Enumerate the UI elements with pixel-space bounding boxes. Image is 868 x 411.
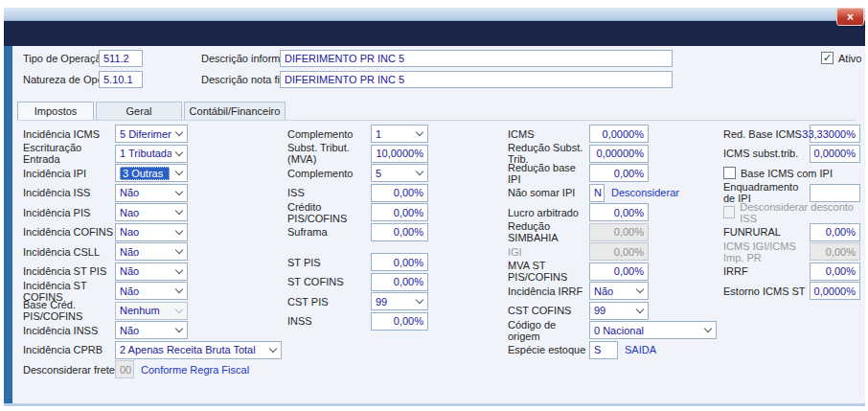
chevron-down-icon <box>171 204 187 220</box>
field-row: Red. Base ICMS33,33000% <box>723 125 865 143</box>
iss-input[interactable]: 0,00% <box>371 184 428 202</box>
field-row: ST PIS0,00% <box>287 253 428 271</box>
close-button[interactable]: × <box>836 8 864 26</box>
header-band <box>4 21 865 46</box>
desconsiderar-desconto-iss-label: Desconsiderar desconto ISS <box>740 201 865 224</box>
ativo-label: Ativo <box>838 53 861 64</box>
incidencia-st-pis-combobox[interactable]: Não <box>115 263 188 281</box>
complemento2-label: Complemento <box>287 168 371 179</box>
field-row: ISS0,00% <box>287 184 428 202</box>
enquadramento-ipi-input[interactable] <box>810 184 860 202</box>
incidencia-cprb-combobox[interactable]: 2 Apenas Receita Bruta Total <box>115 341 282 359</box>
field-row: CST COFINS99 <box>508 302 717 320</box>
st-pis-input[interactable]: 0,00% <box>371 253 428 271</box>
credito-pis-cofins-input[interactable]: 0,00% <box>371 203 428 221</box>
red-base-icms-label: Red. Base ICMS <box>723 128 810 140</box>
incidencia-iss-combobox[interactable]: Não <box>115 184 188 202</box>
especie-estoque-input[interactable]: S <box>589 341 618 359</box>
igi-label: IGI <box>508 246 589 258</box>
chevron-down-icon <box>632 303 648 319</box>
base-icms-com-ipi-checkbox[interactable] <box>723 167 736 179</box>
incidencia-csll-combobox[interactable]: Não <box>115 242 188 261</box>
chevron-down-icon <box>412 293 427 309</box>
tipo-operacao-input[interactable]: 511.2 <box>99 50 143 67</box>
tab-impostos[interactable]: Impostos <box>17 102 94 120</box>
field-row: Não somar IPINDesconsiderar <box>508 184 717 202</box>
chevron-down-icon <box>171 126 187 142</box>
escrituracao-entrada-combobox[interactable]: 1 Tributada <box>115 145 188 163</box>
chevron-down-icon <box>632 283 648 299</box>
desconsiderar-frete-input: 00 <box>115 360 134 378</box>
field-row: Base Créd. PIS/COFINSNenhum <box>23 302 282 320</box>
complemento1-label: Complemento <box>287 128 371 140</box>
nao-somar-ipi-input[interactable]: N <box>589 184 605 202</box>
incidencia-cofins-combobox[interactable]: Nao <box>115 223 188 241</box>
field-row: Espécie estoqueSSAIDA <box>508 341 717 359</box>
inss-input[interactable]: 0,00% <box>371 312 428 331</box>
incidencia-pis-combobox[interactable]: Nao <box>115 203 188 221</box>
field-row: Lucro arbitrado0,00% <box>508 203 717 221</box>
complemento2-combobox[interactable]: 5 <box>371 164 428 182</box>
bottom-strip <box>4 403 865 406</box>
red-base-icms-input[interactable]: 33,33000% <box>810 125 860 143</box>
reducao-simbahia-label: Redução SIMBAHIA <box>508 220 589 243</box>
field-row: Incidência INSSNão <box>23 321 282 339</box>
mva-st-pis-cofins-input[interactable]: 0,00% <box>589 263 649 281</box>
field-row: INSS0,00% <box>287 312 428 331</box>
incidencia-ipi-combobox[interactable]: 3 Outras <box>115 164 188 182</box>
codigo-origem-combobox[interactable]: 0 Nacional <box>589 321 717 339</box>
cst-pis-combobox[interactable]: 99 <box>371 292 428 310</box>
incidencia-icms-combobox[interactable]: 5 Diferimento <box>115 125 188 143</box>
field-row: Incidência PISNao <box>23 203 282 221</box>
incidencia-st-pis-label: Incidência ST PIS <box>23 265 115 277</box>
complemento1-combobox[interactable]: 1 <box>371 125 428 143</box>
incidencia-irrf-combobox[interactable]: Não <box>589 282 649 300</box>
tipo-operacao-label: Tipo de Operação <box>23 50 107 67</box>
descricao-nota-fiscal-input[interactable]: DIFERIMENTO PR INC 5 <box>280 71 673 88</box>
incidencia-icms-label: Incidência ICMS <box>23 128 115 140</box>
incidencia-inss-combobox[interactable]: Não <box>115 321 188 339</box>
incidencia-cofins-label: Incidência COFINS <box>23 226 115 238</box>
field-row: Redução SIMBAHIA0,00% <box>508 223 717 241</box>
ativo-checkbox[interactable]: ✓ <box>821 52 834 64</box>
icms-input[interactable]: 0,0000% <box>589 125 649 143</box>
icms-subst-trib-input[interactable]: 0,0000% <box>810 145 860 163</box>
base-cred-pis-cofins-combobox: Nenhum <box>115 302 188 320</box>
suframa-label: Suframa <box>287 226 371 238</box>
field-row: Incidência ISSNão <box>23 184 282 202</box>
natureza-operacao-input[interactable]: 5.10.1 <box>99 71 143 88</box>
chevron-down-icon <box>171 146 187 162</box>
incidencia-st-cofins-combobox[interactable]: Não <box>115 282 188 300</box>
field-row: Suframa0,00% <box>287 223 428 241</box>
tab-contabil-financeiro[interactable]: Contábil/Financeiro <box>184 102 286 120</box>
column-bases: Red. Base ICMS33,33000% ICMS subst.trib.… <box>723 125 865 302</box>
cst-cofins-combobox[interactable]: 99 <box>589 302 649 320</box>
irrf-input[interactable]: 0,00% <box>810 263 860 281</box>
field-row: Incidência ICMS5 Diferimento <box>23 125 282 143</box>
chevron-down-icon <box>171 303 187 319</box>
tab-geral[interactable]: Geral <box>96 102 182 120</box>
field-row: Desconsiderar frete00Conforme Regra Fisc… <box>23 360 282 378</box>
field-row: ICMS0,0000% <box>508 125 717 143</box>
field-row: Desconsiderar desconto ISS <box>723 203 865 221</box>
lucro-arbitrado-input[interactable]: 0,00% <box>589 203 649 221</box>
spacer <box>287 242 428 253</box>
chevron-down-icon <box>412 165 427 181</box>
icms-subst-trib-label: ICMS subst.trib. <box>723 148 810 159</box>
field-row: Complemento5 <box>287 164 428 182</box>
incidencia-csll-label: Incidência CSLL <box>23 246 115 258</box>
reducao-subst-trib-input[interactable]: 0,00000% <box>589 145 649 163</box>
credito-pis-cofins-label: Crédito PIS/COFINS <box>287 201 371 224</box>
field-row: Incidência ST COFINSNão <box>23 282 282 300</box>
desconsiderar-frete-helper: Conforme Regra Fiscal <box>141 364 249 376</box>
cst-cofins-label: CST COFINS <box>508 305 589 316</box>
estorno-icms-st-input[interactable]: 0,0000% <box>810 282 860 300</box>
subst-tribut-mva-input[interactable]: 10,0000% <box>371 145 428 163</box>
st-cofins-input[interactable]: 0,00% <box>371 273 428 291</box>
funrural-input[interactable]: 0,00% <box>810 223 860 241</box>
reducao-base-ipi-input[interactable]: 0,00% <box>589 164 649 182</box>
field-row: Estorno ICMS ST0,0000% <box>723 282 865 300</box>
descricao-informativa-input[interactable]: DIFERIMENTO PR INC 5 <box>280 50 673 67</box>
field-row: ICMS IGI/ICMS Imp. PR0,00% <box>723 242 865 261</box>
suframa-input[interactable]: 0,00% <box>371 223 428 241</box>
